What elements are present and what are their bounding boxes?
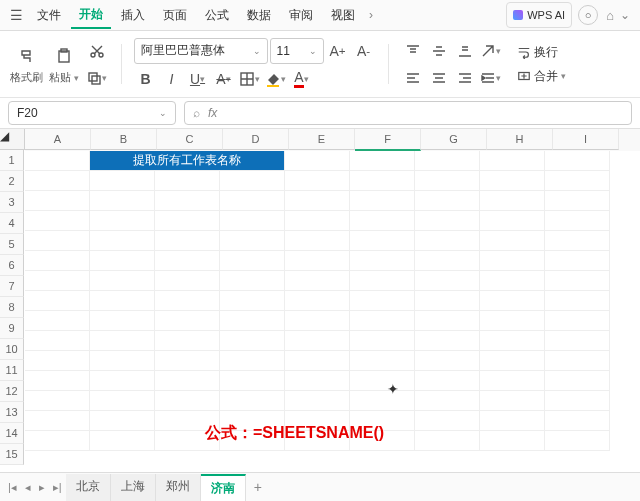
cell[interactable]	[480, 291, 545, 311]
cell[interactable]	[155, 191, 220, 211]
cell[interactable]	[480, 431, 545, 451]
tab-nav-next-icon[interactable]: ▸	[35, 479, 49, 496]
cell[interactable]	[545, 311, 610, 331]
cell[interactable]	[545, 351, 610, 371]
col-header-D[interactable]: D	[223, 129, 289, 150]
copy-icon[interactable]: ▾	[85, 66, 109, 90]
cell[interactable]	[155, 271, 220, 291]
merged-title-cell[interactable]: 提取所有工作表名称	[90, 151, 285, 171]
tab-nav-last-icon[interactable]: ▸|	[49, 479, 66, 496]
cell[interactable]	[415, 371, 480, 391]
name-box[interactable]: F20 ⌄	[8, 101, 176, 125]
cell[interactable]	[25, 391, 90, 411]
border-icon[interactable]: ▾	[238, 67, 262, 91]
tab-nav-first-icon[interactable]: |◂	[4, 479, 21, 496]
cell[interactable]	[415, 291, 480, 311]
fill-color-icon[interactable]: ▾	[264, 67, 288, 91]
font-color-icon[interactable]: A▾	[290, 67, 314, 91]
cell[interactable]	[350, 171, 415, 191]
cell[interactable]	[155, 391, 220, 411]
cell[interactable]	[285, 151, 350, 171]
cell[interactable]	[350, 391, 415, 411]
collapse-ribbon-icon[interactable]: ⌄	[616, 4, 634, 26]
cell[interactable]	[220, 351, 285, 371]
cell[interactable]	[220, 311, 285, 331]
cell[interactable]	[415, 311, 480, 331]
indent-icon[interactable]: ▾	[479, 66, 503, 90]
cell[interactable]	[90, 171, 155, 191]
row-header-8[interactable]: 8	[0, 297, 24, 318]
col-header-F[interactable]: F	[355, 129, 421, 151]
more-tabs-icon[interactable]: ›	[365, 4, 377, 26]
cell[interactable]	[155, 331, 220, 351]
cell[interactable]	[480, 331, 545, 351]
cell[interactable]	[545, 171, 610, 191]
increase-font-icon[interactable]: A+	[326, 39, 350, 63]
cell[interactable]	[90, 291, 155, 311]
sheet-tab-1[interactable]: 上海	[111, 474, 156, 501]
col-header-G[interactable]: G	[421, 129, 487, 150]
sheet-tab-0[interactable]: 北京	[66, 474, 111, 501]
cell[interactable]	[25, 251, 90, 271]
font-name-select[interactable]: 阿里巴巴普惠体 ⌄	[134, 38, 268, 64]
cell[interactable]	[220, 271, 285, 291]
italic-icon[interactable]: I	[160, 67, 184, 91]
cell[interactable]	[350, 311, 415, 331]
row-header-15[interactable]: 15	[0, 444, 24, 465]
cell[interactable]	[285, 291, 350, 311]
row-header-11[interactable]: 11	[0, 360, 24, 381]
formula-input[interactable]: ⌕ fx	[184, 101, 632, 125]
cell[interactable]	[545, 411, 610, 431]
cell[interactable]	[350, 331, 415, 351]
cell[interactable]	[285, 311, 350, 331]
cell[interactable]	[220, 291, 285, 311]
font-size-select[interactable]: 11 ⌄	[270, 38, 324, 64]
cell[interactable]	[480, 231, 545, 251]
cell[interactable]	[285, 391, 350, 411]
row-header-14[interactable]: 14	[0, 423, 24, 444]
cell[interactable]	[90, 391, 155, 411]
tab-nav-prev-icon[interactable]: ◂	[21, 479, 35, 496]
cell[interactable]	[545, 151, 610, 171]
cell[interactable]	[25, 371, 90, 391]
cell[interactable]	[90, 351, 155, 371]
orientation-icon[interactable]: ▾	[479, 39, 503, 63]
cell[interactable]	[415, 351, 480, 371]
wps-ai-button[interactable]: WPS AI	[506, 2, 572, 28]
col-header-A[interactable]: A	[25, 129, 91, 150]
cell[interactable]	[220, 211, 285, 231]
merge-cells-button[interactable]: 合并▾	[513, 66, 570, 87]
menu-file[interactable]: 文件	[29, 3, 69, 28]
cell[interactable]	[220, 251, 285, 271]
cell[interactable]	[285, 251, 350, 271]
cell[interactable]	[220, 191, 285, 211]
cell[interactable]	[350, 191, 415, 211]
cell[interactable]	[25, 151, 90, 171]
cell[interactable]	[545, 391, 610, 411]
cell[interactable]	[285, 351, 350, 371]
cell[interactable]	[350, 431, 415, 451]
col-header-C[interactable]: C	[157, 129, 223, 150]
cell[interactable]	[155, 231, 220, 251]
cell[interactable]	[480, 371, 545, 391]
cell[interactable]	[545, 271, 610, 291]
cell[interactable]	[350, 231, 415, 251]
cell[interactable]	[285, 211, 350, 231]
cell[interactable]	[220, 331, 285, 351]
cell[interactable]	[480, 391, 545, 411]
cell[interactable]	[350, 151, 415, 171]
cell[interactable]	[90, 211, 155, 231]
cell[interactable]	[350, 371, 415, 391]
cell[interactable]	[25, 291, 90, 311]
cell[interactable]	[285, 431, 350, 451]
add-sheet-button[interactable]: +	[246, 477, 270, 497]
cell[interactable]	[285, 271, 350, 291]
tab-data[interactable]: 数据	[239, 3, 279, 28]
cell[interactable]	[415, 431, 480, 451]
cell[interactable]	[480, 211, 545, 231]
cell[interactable]	[415, 331, 480, 351]
cell[interactable]	[285, 371, 350, 391]
grid-body[interactable]: 提取所有工作表名称	[25, 151, 640, 476]
cell[interactable]	[155, 371, 220, 391]
align-middle-icon[interactable]	[427, 39, 451, 63]
